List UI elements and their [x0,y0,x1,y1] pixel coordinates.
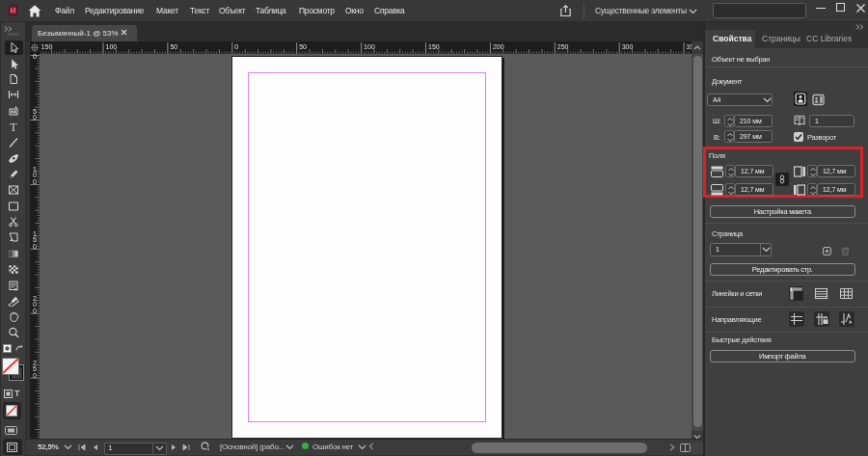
svg-text:0: 0 [234,43,238,50]
svg-text:50: 50 [299,43,307,50]
svg-text:150: 150 [428,43,440,50]
svg-text:0: 0 [33,243,37,250]
svg-text:0: 0 [33,308,37,314]
svg-text:0: 0 [33,54,37,60]
svg-text:0: 0 [33,372,37,379]
svg-text:250: 250 [557,43,569,50]
svg-text:100: 100 [106,43,118,50]
svg-text:0: 0 [33,178,37,185]
svg-text:150: 150 [41,43,53,50]
svg-text:0: 0 [33,114,37,121]
svg-text:300: 300 [622,43,634,50]
svg-text:100: 100 [364,43,375,50]
svg-text:50: 50 [170,43,177,50]
svg-text:200: 200 [493,43,504,50]
